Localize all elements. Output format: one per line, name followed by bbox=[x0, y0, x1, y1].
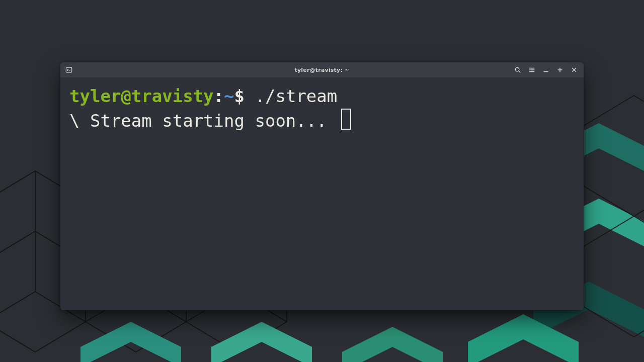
output-line: \ Stream starting soon... bbox=[69, 111, 327, 131]
close-icon[interactable] bbox=[571, 66, 578, 73]
window-title: tyler@travisty: ~ bbox=[60, 67, 584, 73]
hamburger-menu-icon[interactable] bbox=[528, 66, 535, 73]
terminal-window: tyler@travisty: ~ bbox=[60, 62, 584, 310]
cursor bbox=[341, 109, 351, 130]
prompt-path: ~ bbox=[224, 86, 234, 106]
prompt-dollar: $ bbox=[234, 86, 255, 106]
terminal-body[interactable]: tyler@travisty:~$ ./stream \ Stream star… bbox=[60, 77, 584, 310]
svg-point-1 bbox=[515, 67, 519, 71]
prompt-colon: : bbox=[214, 86, 224, 106]
svg-rect-0 bbox=[66, 67, 71, 72]
minimize-icon[interactable] bbox=[542, 66, 549, 73]
terminal-app-icon bbox=[65, 66, 72, 73]
titlebar[interactable]: tyler@travisty: ~ bbox=[60, 62, 584, 77]
prompt-user-host: tyler@travisty bbox=[69, 86, 214, 106]
command-text: ./stream bbox=[255, 86, 338, 106]
search-icon[interactable] bbox=[514, 66, 521, 73]
maximize-icon[interactable] bbox=[556, 66, 564, 73]
